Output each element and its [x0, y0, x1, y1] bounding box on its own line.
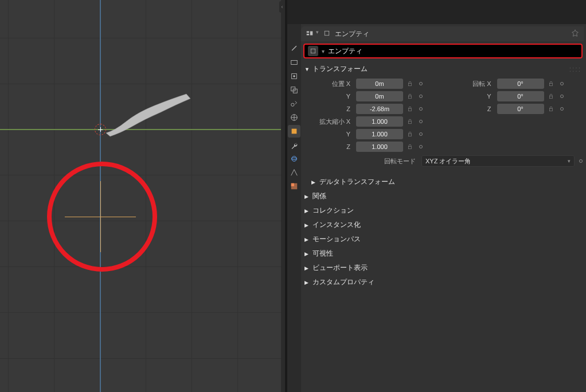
object-name-field[interactable]: ▾: [303, 44, 583, 58]
grid-line: [237, 0, 238, 392]
sidebar-toggle[interactable]: ‹: [279, 1, 285, 13]
svg-rect-18: [409, 96, 412, 98]
chevron-down-icon[interactable]: ▾: [316, 29, 319, 39]
keyframe-dot[interactable]: [560, 107, 564, 111]
disclosure-icon: ▶: [304, 194, 310, 199]
editor-type-icon[interactable]: [306, 29, 314, 39]
svg-rect-22: [409, 146, 412, 148]
data-tab[interactable]: [288, 180, 300, 193]
keyframe-dot[interactable]: [560, 95, 564, 98]
lock-icon[interactable]: [405, 142, 415, 151]
svg-rect-7: [292, 129, 297, 134]
lock-icon[interactable]: [546, 104, 556, 113]
disclosure-icon: ▶: [311, 179, 317, 185]
location-x-row: 位置 X 0m: [310, 77, 442, 90]
panel-collection[interactable]: ▶コレクション: [303, 203, 583, 218]
lock-icon[interactable]: [546, 79, 556, 88]
svg-point-8: [292, 156, 297, 162]
panel-title: 可視性: [312, 249, 333, 258]
crumb-label: エンプティ: [335, 29, 369, 39]
crumb-icon: [323, 30, 330, 38]
cursor-3d: [95, 124, 106, 135]
constraint-tab[interactable]: [288, 166, 300, 179]
lock-icon[interactable]: [405, 130, 415, 139]
svg-rect-11: [291, 183, 294, 186]
datablock-icon[interactable]: [308, 46, 318, 56]
drag-icon[interactable]: ::::: [569, 65, 581, 73]
object-tab[interactable]: [288, 125, 300, 138]
panel-title: インスタンス化: [312, 220, 361, 230]
keyframe-dot[interactable]: [560, 82, 564, 85]
viewlayer-tab[interactable]: [288, 84, 300, 96]
keyframe-dot[interactable]: [419, 132, 423, 136]
rotation-x-value[interactable]: 0°: [497, 79, 544, 89]
viewport-3d[interactable]: ‹: [0, 0, 285, 392]
tool-tab[interactable]: [288, 42, 300, 55]
pin-icon[interactable]: [571, 29, 579, 39]
panel-visibility[interactable]: ▶可視性: [303, 246, 583, 261]
svg-rect-20: [409, 121, 412, 123]
render-tab[interactable]: [288, 56, 300, 69]
viewport-sidebar[interactable]: [281, 0, 285, 392]
panel-custom[interactable]: ▶カスタムプロパティ: [303, 275, 583, 289]
location-y-value[interactable]: 0m: [356, 91, 403, 101]
scale-x-value[interactable]: 1.000: [356, 116, 403, 127]
rotation-z-value[interactable]: 0°: [497, 104, 544, 114]
scale-y-value[interactable]: 1.000: [356, 129, 403, 139]
location-x-value[interactable]: 0m: [356, 79, 403, 89]
disclosure-icon: ▶: [304, 222, 310, 228]
keyframe-dot[interactable]: [419, 107, 423, 111]
object-name-input[interactable]: [328, 47, 578, 55]
rotation-y-row: Y 0°: [451, 90, 583, 103]
keyframe-dot[interactable]: [419, 82, 423, 85]
panel-relations[interactable]: ▶関係: [303, 189, 583, 203]
world-tab[interactable]: [288, 111, 300, 124]
location-z-value[interactable]: -2.68m: [356, 104, 403, 114]
output-tab[interactable]: [288, 70, 300, 83]
modifier-tab[interactable]: [288, 139, 300, 151]
panel-title: 関係: [312, 191, 326, 201]
lock-icon[interactable]: [405, 104, 415, 113]
svg-rect-16: [311, 49, 315, 53]
keyframe-dot[interactable]: [419, 95, 423, 98]
panel-title: ビューポート表示: [312, 263, 368, 273]
svg-point-9: [292, 158, 297, 160]
location-z-row: Z -2.68m: [310, 103, 442, 115]
panel-delta[interactable]: ▶デルタトランスフォーム: [303, 175, 583, 189]
grid-line: [0, 266, 285, 267]
scale-x-row: 拡大縮小 X 1.000: [310, 115, 442, 128]
svg-rect-0: [291, 61, 298, 65]
panel-viewport[interactable]: ▶ビューポート表示: [303, 261, 583, 275]
scene-tab[interactable]: [288, 97, 300, 110]
panel-title: デルタトランスフォーム: [319, 177, 395, 187]
svg-rect-23: [549, 83, 552, 85]
grid-line: [8, 0, 9, 392]
disclosure-icon: ▶: [304, 280, 310, 285]
properties-tabs: [287, 24, 301, 392]
lock-icon[interactable]: [405, 92, 415, 101]
chevron-down-icon[interactable]: ▾: [322, 48, 325, 54]
chevron-down-icon: ▾: [568, 158, 571, 164]
panel-instancing[interactable]: ▶インスタンス化: [303, 218, 583, 232]
grid-line: [192, 0, 192, 392]
lock-icon[interactable]: [405, 79, 415, 88]
keyframe-dot[interactable]: [419, 120, 423, 123]
keyframe-dot[interactable]: [579, 159, 583, 163]
grid-line: [0, 358, 285, 359]
disclosure-icon: ▶: [304, 237, 310, 242]
lock-icon[interactable]: [546, 92, 556, 101]
disclosure-icon: ▼: [304, 66, 310, 72]
rotation-mode-select[interactable]: XYZ オイラー角 ▾: [421, 155, 575, 167]
rotation-x-row: 回転 X 0°: [451, 77, 583, 90]
panel-transform[interactable]: ▼ トランスフォーム ::::: [303, 62, 583, 76]
grid-line: [0, 38, 285, 38]
grid-line: [0, 175, 285, 175]
keyframe-dot[interactable]: [419, 145, 423, 148]
scale-z-value[interactable]: 1.000: [356, 142, 403, 152]
lock-icon[interactable]: [405, 117, 415, 126]
physics-tab[interactable]: [288, 152, 300, 165]
panel-motion[interactable]: ▶モーションパス: [303, 232, 583, 246]
mesh-object[interactable]: [103, 92, 195, 138]
rotation-y-value[interactable]: 0°: [497, 91, 544, 101]
scale-z-row: Z 1.000: [310, 140, 442, 153]
